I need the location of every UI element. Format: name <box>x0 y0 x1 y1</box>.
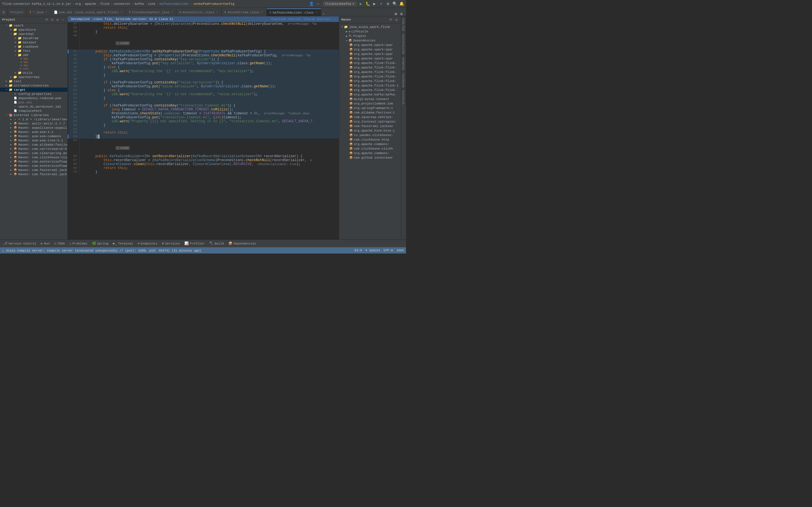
maven-settings-icon[interactable]: ⚙ <box>394 17 399 22</box>
dep-commons[interactable]: 📦 org.apache.commons: <box>339 142 401 147</box>
dep-lombok[interactable]: 📦 org.projectlombok:lom <box>339 101 401 106</box>
sidebar-item-resources[interactable]: ▶ 📁 src\main\resources <box>0 83 67 88</box>
vertical-tab-structure[interactable]: Structure <box>401 89 406 106</box>
tab-kafkasinkbuilder[interactable]: K KafkaSinkBuilder.class × <box>267 8 321 16</box>
dep-hive[interactable]: 📦 org.apache.hive:hive-j <box>339 128 401 133</box>
maven-lifecycle[interactable]: ▶ ♻ Lifecycle <box>339 29 401 34</box>
sidebar-item-asm-commons[interactable]: ▶ 📦 Maven: asm:asm-commons <box>0 134 67 138</box>
status-encoding[interactable]: UTF-8 <box>384 249 393 252</box>
endpoints-tool[interactable]: ⇌ Endpoints <box>135 240 160 247</box>
code-58[interactable]: kafkaProducerConfig.put("transaction.tim… <box>85 115 339 119</box>
code-39[interactable]: } <box>85 30 339 34</box>
sidebar-item-test[interactable]: ▶ 📁 Test <box>0 49 67 53</box>
sidebar-item-target[interactable]: ▾ 📁 target <box>0 88 67 92</box>
dep-flink4[interactable]: 📦 org.apache.flink:flink- <box>339 74 401 79</box>
maven-dependencies-header[interactable]: ▾ 📦 Dependencies <box>339 38 401 43</box>
code-43[interactable]: if (!kafkaProducerConfig.containsKey("ke… <box>85 57 339 61</box>
run-button[interactable]: ▶ <box>359 2 363 6</box>
dep-flink6[interactable]: 📦 org.apache.flink:flink-1 <box>339 83 401 88</box>
sidebar-item-pom-xml[interactable]: 📄 pom.xml <box>0 100 67 105</box>
sidebar-item-clickhouse[interactable]: ▶ 📦 Maven: com.clickhouse:clic <box>0 155 67 159</box>
profiler-tool[interactable]: 📊 Profiler <box>182 240 207 247</box>
dep-fastjson2[interactable]: 📦 com.alibaba:fastjson:1 <box>339 110 401 115</box>
sidebar-item-carrotsearch[interactable]: ▶ 📦 Maven: com.carrotsearch:h <box>0 147 67 151</box>
sidebar-item-config[interactable]: ⚙ config.properties <box>0 92 67 96</box>
tab-close-keyselector[interactable]: × <box>216 10 218 14</box>
more-icon[interactable]: ⋯ <box>61 17 65 22</box>
code-56[interactable]: long timeout = DEFAULT_KAFKA_TRANSACTION… <box>85 108 339 112</box>
code-69[interactable]: return this; <box>85 166 339 170</box>
dep-spark1[interactable]: 📦 org.apache.spark:spar <box>339 43 401 47</box>
sidebar-item-iml[interactable]: ◇ spark_01_wordcount.iml <box>0 105 67 109</box>
gear-icon[interactable]: ⚙ <box>55 17 60 22</box>
editor-settings-icon[interactable]: ⚙ <box>399 11 404 16</box>
search-icon[interactable]: 🔍 <box>393 2 397 6</box>
sidebar-item-asm-tree[interactable]: ▶ 📦 Maven: asm:asm-tree:3.1 <box>0 138 67 143</box>
back-icon[interactable]: ← <box>316 2 320 6</box>
code-53[interactable]: } <box>85 96 339 100</box>
code-editor[interactable]: 37 this.deliveryGuarantee = (DeliveryGua… <box>68 22 339 239</box>
maven-project-header[interactable]: ▾ 📁 java_scala_spark_flink <box>339 24 401 29</box>
sidebar-item-dep-pom[interactable]: 📄 dependency-reduced-pom <box>0 96 67 100</box>
sidebar-item-utils[interactable]: ▶ 📁 Utils <box>0 71 67 75</box>
dep-spark3[interactable]: 📦 org.apache.spark:spar <box>339 52 401 56</box>
code-38[interactable]: return this; <box>85 26 339 30</box>
coverage-button[interactable]: ▶ <box>372 2 377 6</box>
sidebar-item-aopalliance[interactable]: ▶ 📦 Maven: aopalliance:aopallian <box>0 126 67 130</box>
tab-keyselector[interactable]: K KeySelector.class × <box>176 8 221 16</box>
maven-plugins[interactable]: ▶ 🔌 Plugins <box>339 34 401 38</box>
code-48[interactable] <box>85 77 339 80</box>
sidebar-item-clearspring[interactable]: ▶ 📦 Maven: com.clearspring.an <box>0 151 67 155</box>
code-45[interactable]: } else { <box>85 65 339 69</box>
vertical-tab-database[interactable]: Database <box>401 55 406 71</box>
choose-sources-btn[interactable]: Choose Sources... <box>304 17 336 21</box>
run-tool[interactable]: ▶ Run <box>39 240 52 247</box>
code-62[interactable]: return this; <box>85 131 339 135</box>
code-61[interactable] <box>85 127 339 131</box>
sidebar-item-sparksql[interactable]: ▾ 📁 sparkSql <box>0 32 67 36</box>
tab-flinkwindow[interactable]: J FlinkWindowTest.java × <box>126 8 176 16</box>
code-51[interactable]: } else { <box>85 89 339 93</box>
build-tool[interactable]: 🔨 Build <box>207 240 226 247</box>
dep-flink2[interactable]: 📦 org.apache.flink:flink- <box>339 65 401 70</box>
spring-tool[interactable]: 🌿 Spring <box>90 240 111 247</box>
dep-kafka[interactable]: 📦 org.apache.kafka:kafka- <box>339 93 401 97</box>
code-70[interactable]: } <box>85 170 339 174</box>
sidebar-item-spark[interactable]: ▾ 📁 spark <box>0 23 67 27</box>
sidebar-item-jackson2[interactable]: ▶ 📦 Maven: com.fasterxml.jack <box>0 172 67 176</box>
code-46[interactable]: LOG.warn("Overwriting the '{}' is not re… <box>85 69 339 73</box>
tab-close-java[interactable]: × <box>45 10 48 14</box>
sidebar-item-spa2[interactable]: ● Spa <box>0 61 67 64</box>
dep-commons2[interactable]: 📦 org.apache.commons: <box>339 151 401 156</box>
sync-icon[interactable]: ⟳ <box>45 17 49 22</box>
dep-spark4[interactable]: 📦 org.apache.spark:spar <box>339 56 401 61</box>
code-42[interactable]: this.kafkaProducerConfig = (Properties)P… <box>85 54 339 57</box>
code-64[interactable] <box>85 138 339 142</box>
dep-isoparser[interactable]: 📦 com github isoInraser <box>339 156 401 160</box>
dep-mysql[interactable]: 📦 mysql:mysql-connect <box>339 97 401 101</box>
dep-jackson2[interactable]: 📦 com.fasterxml.jackson <box>339 124 401 128</box>
tab-close-kafkasinkbuilder[interactable]: × <box>315 11 318 14</box>
code-49[interactable]: if (!kafkaProducerConfig.containsKey("va… <box>85 80 339 84</box>
code-55[interactable]: if (!kafkaProducerConfig.containsKey("tr… <box>85 104 339 108</box>
todo-tool[interactable]: ☑ TODO <box>52 240 67 247</box>
sidebar-item-loadsave[interactable]: ▶ 📁 LoadSave <box>0 45 67 49</box>
sidebar-item-spa1[interactable]: ● Spa <box>0 57 67 61</box>
sidebar-item-esoteric2[interactable]: ▶ 📦 Maven: com.esotericsoftwa <box>0 164 67 168</box>
dep-clickhouse-http[interactable]: 📦 com.clickhouse.http <box>339 137 401 142</box>
code-66[interactable]: public KafkaSinkBuilder<IN> setRecordSer… <box>85 154 339 158</box>
tab-keyedstream[interactable]: K KeyedStream.class × <box>221 8 267 16</box>
sidebar-item-testfile[interactable]: ● test <box>0 67 67 71</box>
dep-flink1[interactable]: 📦 org.apache.flink:flink- <box>339 61 401 65</box>
sidebar-item-dataframe[interactable]: ▶ 📁 DataFram <box>0 36 67 40</box>
dep-clickhouse2[interactable]: 📦 com.clickhouse:clickh <box>339 147 401 151</box>
code-47[interactable]: } <box>85 73 339 77</box>
sidebar-item-dataset[interactable]: ▶ 📁 DataSet <box>0 40 67 45</box>
sidebar-item-template[interactable]: 📄 templatePath <box>0 109 67 113</box>
dep-ip2region[interactable]: 📦 org.lionsoul:ip2region: <box>339 119 401 124</box>
code-50[interactable]: kafkaProducerConfig.put("value.serialize… <box>85 84 339 89</box>
editor-layout-icon[interactable]: ⊞ <box>394 11 398 16</box>
terminal-tool[interactable]: ▶_ Terminal <box>110 240 135 247</box>
profile-icon[interactable]: 👤 <box>309 2 314 6</box>
version-control-tool[interactable]: ⎇ Version Control <box>1 240 39 247</box>
